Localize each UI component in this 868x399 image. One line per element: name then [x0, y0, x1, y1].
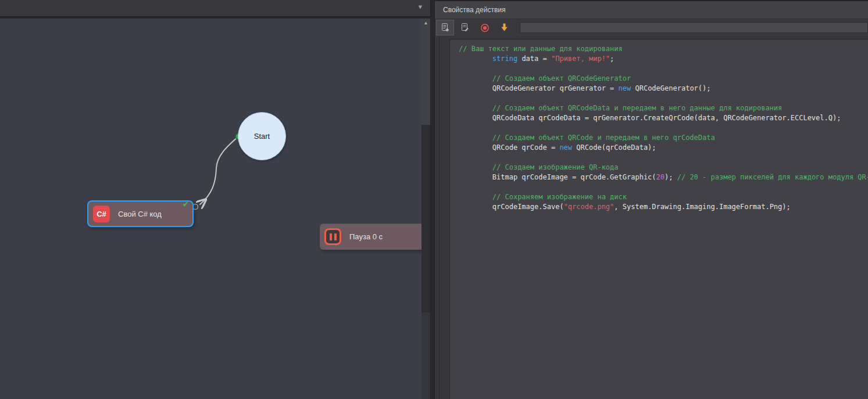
- arrow-down-icon: [499, 23, 509, 33]
- code-line: // Создаем объект QRCodeData и передаем …: [459, 103, 868, 113]
- properties-content: // Ваш текст или данные для кодирования …: [435, 36, 868, 399]
- app-window: ▾ Start C# Свой C# код ✔: [0, 0, 868, 399]
- code-editor[interactable]: // Ваш текст или данные для кодирования …: [449, 39, 868, 399]
- properties-toolbar: [435, 19, 868, 36]
- code-line: // Ваш текст или данные для кодирования: [459, 44, 868, 54]
- code-line: [459, 64, 868, 74]
- code-line: // Создаем объект QRCode и передаем в не…: [459, 133, 868, 143]
- code-line: [459, 182, 868, 192]
- pause-icon: [324, 228, 341, 245]
- edge-start-to-csharp[interactable]: [200, 136, 238, 204]
- scrollbar-track-upper[interactable]: [422, 19, 430, 125]
- flow-panel: ▾ Start C# Свой C# код ✔: [0, 0, 430, 399]
- canvas-vertical-scrollbar[interactable]: ▲: [422, 19, 430, 399]
- code-line: [459, 153, 868, 163]
- panel-frame-line: [439, 36, 440, 399]
- start-node-label: Start: [254, 132, 270, 141]
- code-line: qrCodeImage.Save("qrcode.png", System.Dr…: [459, 202, 868, 212]
- csharp-icon: C#: [93, 206, 110, 222]
- chevron-down-icon[interactable]: ▾: [418, 2, 422, 11]
- action-name-input[interactable]: [520, 22, 868, 33]
- code-line: Bitmap qrCodeImage = qrCode.GetGraphic(2…: [459, 172, 868, 182]
- action-properties-panel: Свойства действия: [435, 0, 868, 399]
- pause-node[interactable]: Пауза 0 с: [320, 224, 422, 250]
- panel-splitter[interactable]: [430, 0, 435, 399]
- code-line: QRCode qrCode = new QRCode(qrCodeData);: [459, 143, 868, 153]
- code-line: // Сохраняем изображение на диск: [459, 192, 868, 202]
- panel-title: Свойства действия: [443, 6, 505, 14]
- document-gear-icon: [440, 23, 450, 33]
- flow-panel-topbar: ▾: [0, 0, 430, 17]
- csharp-code-node[interactable]: C# Свой C# код ✔: [87, 200, 194, 227]
- flow-canvas[interactable]: Start C# Свой C# код ✔ Пауза 0 с: [0, 19, 422, 399]
- check-icon: ✔: [183, 200, 189, 209]
- code-line: QRCodeGenerator qrGenerator = new QRCode…: [459, 84, 868, 94]
- start-node[interactable]: Start: [238, 112, 286, 160]
- code-line: [459, 94, 868, 103]
- code-content: // Ваш текст или данные для кодирования …: [450, 39, 868, 212]
- code-line: // Создаем объект QRCodeGenerator: [459, 74, 868, 84]
- move-down-button[interactable]: [495, 20, 513, 35]
- code-line: [459, 123, 868, 133]
- pause-node-label: Пауза 0 с: [349, 232, 383, 241]
- document-pencil-icon: [460, 23, 470, 33]
- record-icon: [480, 23, 490, 33]
- csharp-node-label: Свой C# код: [118, 210, 162, 218]
- edge-layer: [0, 19, 422, 399]
- code-line: string data = "Привет, мир!";: [459, 54, 868, 64]
- scroll-up-icon[interactable]: ▲: [422, 20, 430, 27]
- record-button[interactable]: [476, 20, 494, 35]
- code-line: // Создаем изображение QR-кода: [459, 163, 868, 172]
- scrollbar-thumb[interactable]: [422, 125, 430, 312]
- action-settings-button[interactable]: [436, 20, 454, 35]
- panel-titlebar: Свойства действия: [435, 1, 868, 19]
- edit-action-button[interactable]: [456, 20, 474, 35]
- code-line: QRCodeData qrCodeData = qrGenerator.Crea…: [459, 113, 868, 123]
